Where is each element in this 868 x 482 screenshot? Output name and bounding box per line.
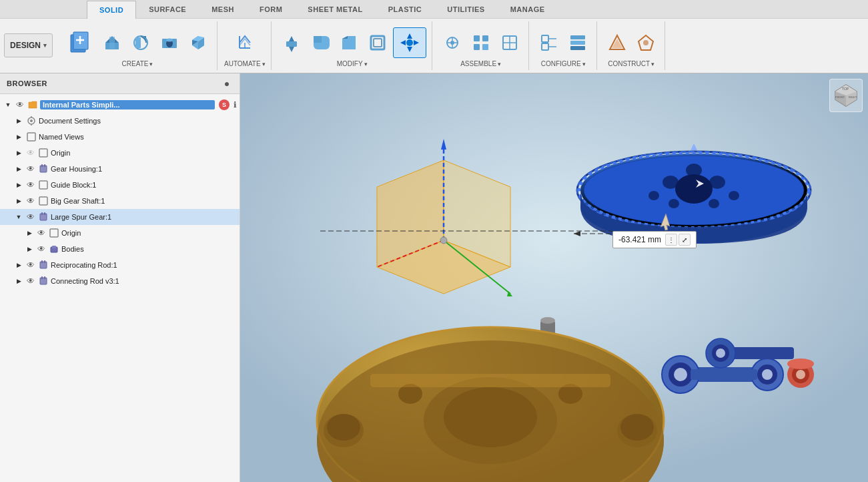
create-label[interactable]: CREATE ▾ (122, 60, 153, 70)
shell-button[interactable] (364, 30, 391, 55)
recip-rod-expand-icon[interactable] (13, 260, 24, 270)
root-eye-icon[interactable]: 👁 (15, 99, 25, 110)
guide-block-expand-icon[interactable] (13, 180, 24, 190)
big-gear-shaft-expand-icon[interactable] (13, 196, 24, 206)
tree-item-lg-bodies[interactable]: 👁 Bodies (0, 241, 240, 257)
tree-item-gear-housing[interactable]: 👁 Gear Housing:1 (0, 161, 240, 177)
svg-point-12 (166, 38, 173, 41)
measurement-label: -63.421 mm ⋮ ⤢ (612, 231, 697, 248)
root-info-icon[interactable]: ℹ (234, 100, 237, 109)
construct-label[interactable]: CONSTRUCT ▾ (608, 60, 655, 70)
lg-bodies-eye-icon[interactable]: 👁 (36, 244, 47, 254)
viewport[interactable]: -63.421 mm ⋮ ⤢ TOP FRONT RIGHT (240, 73, 868, 482)
move-copy-button[interactable] (393, 27, 426, 58)
large-spur-gear-label: Large Spur Gear:1 (51, 213, 237, 221)
recip-rod-eye-icon[interactable]: 👁 (25, 260, 36, 270)
origin-icon (37, 147, 49, 159)
tree-item-origin[interactable]: 👁 Origin (0, 145, 240, 161)
move-copy-icon (398, 31, 422, 55)
construct-btn2[interactable] (632, 30, 659, 55)
large-spur-gear-expand-icon[interactable] (13, 212, 24, 222)
tool-row: DESIGN ▾ (0, 19, 868, 73)
construct-btn1[interactable] (604, 30, 630, 55)
doc-settings-expand-icon[interactable] (13, 115, 24, 126)
tool-group-automate: AUTOMATE ▾ (219, 21, 272, 70)
box-icon (189, 33, 207, 52)
tree-item-big-gear-shaft[interactable]: 👁 Big Gear Shaft:1 (0, 193, 240, 209)
tab-form[interactable]: FORM (247, 0, 295, 18)
svg-rect-24 (314, 36, 322, 43)
tree-item-doc-settings[interactable]: Document Settings (0, 113, 240, 129)
tab-utilities[interactable]: UTILITIES (434, 0, 497, 18)
configure-btn1[interactable] (536, 30, 562, 55)
guide-block-eye-icon[interactable]: 👁 (25, 180, 36, 190)
hole-button[interactable] (156, 30, 183, 55)
design-button[interactable]: DESIGN ▾ (4, 33, 53, 57)
main-area: BROWSER ● 👁 Internal Parts Simpli... S ℹ (0, 73, 868, 482)
nav-cube[interactable]: TOP FRONT RIGHT (829, 79, 863, 112)
assemble-btn1[interactable] (439, 30, 466, 55)
configure-btn2[interactable] (564, 30, 591, 55)
construct-chevron-icon: ▾ (651, 61, 655, 67)
tab-plastic[interactable]: PLASTIC (376, 0, 435, 18)
svg-point-102 (709, 199, 719, 208)
tab-manage[interactable]: MANAGE (498, 0, 558, 18)
tree-root-item[interactable]: 👁 Internal Parts Simpli... S ℹ (0, 97, 240, 113)
named-views-expand-icon[interactable] (13, 132, 24, 142)
svg-rect-48 (542, 43, 548, 50)
tab-sheet-metal[interactable]: SHEET METAL (295, 0, 375, 18)
tab-surface[interactable]: SURFACE (136, 0, 199, 18)
new-component-button[interactable] (63, 27, 97, 58)
extrude-button[interactable] (99, 30, 125, 55)
browser-close-button[interactable]: ● (221, 77, 233, 89)
tab-mesh[interactable]: MESH (199, 0, 247, 18)
lg-origin-eye-icon[interactable]: 👁 (36, 228, 47, 238)
lg-bodies-expand-icon[interactable] (24, 244, 35, 254)
conn-rod-expand-icon[interactable] (13, 276, 24, 286)
svg-rect-63 (39, 149, 47, 157)
create-buttons (63, 21, 211, 60)
tree-item-recip-rod[interactable]: 👁 Reciprocating Rod:1 (0, 257, 240, 273)
chamfer-button[interactable] (336, 30, 362, 55)
large-spur-gear-eye-icon[interactable]: 👁 (25, 212, 36, 222)
tree-item-lg-origin[interactable]: 👁 Origin (0, 225, 240, 241)
configure-label[interactable]: CONFIGURE ▾ (541, 60, 586, 70)
root-expand-icon[interactable] (3, 99, 13, 110)
tree-item-conn-rod[interactable]: 👁 Connecting Rod v3:1 (0, 273, 240, 289)
tab-solid[interactable]: SOLID (87, 1, 136, 19)
assemble-btn3[interactable] (496, 30, 523, 55)
assemble-label[interactable]: ASSEMBLE ▾ (460, 60, 501, 70)
origin-eye-icon[interactable]: 👁 (25, 148, 36, 158)
measurement-menu-button[interactable]: ⋮ (665, 234, 677, 246)
tree-item-guide-block[interactable]: 👁 Guide Block:1 (0, 177, 240, 193)
lg-origin-expand-icon[interactable] (24, 228, 35, 238)
lg-bodies-label: Bodies (61, 245, 237, 253)
origin-expand-icon[interactable] (13, 148, 24, 158)
lg-origin-icon (48, 227, 60, 239)
measurement-expand-button[interactable]: ⤢ (679, 234, 691, 246)
svg-rect-52 (570, 41, 585, 45)
svg-rect-68 (39, 197, 47, 205)
tree-item-named-views[interactable]: Named Views (0, 129, 240, 145)
assemble-buttons (439, 21, 523, 60)
svg-rect-51 (570, 35, 585, 39)
conn-rod-eye-icon[interactable]: 👁 (25, 276, 36, 286)
svg-rect-42 (474, 44, 480, 50)
modify-label[interactable]: MODIFY ▾ (337, 60, 368, 70)
box-button[interactable] (185, 30, 211, 55)
gear-housing-expand-icon[interactable] (13, 164, 24, 174)
gear-housing-eye-icon[interactable]: 👁 (25, 164, 36, 174)
big-gear-shaft-eye-icon[interactable]: 👁 (25, 196, 36, 206)
svg-rect-41 (482, 35, 488, 41)
tree-item-large-spur-gear[interactable]: 👁 Large Spur Gear:1 (0, 209, 240, 225)
automate-button[interactable] (228, 27, 262, 58)
assemble-btn2[interactable] (468, 30, 494, 55)
revolve-button[interactable] (127, 30, 154, 55)
automate-label[interactable]: AUTOMATE ▾ (224, 60, 266, 70)
svg-rect-74 (52, 246, 56, 248)
svg-point-99 (648, 191, 659, 200)
gear-housing-icon (37, 163, 49, 175)
svg-point-131 (762, 369, 773, 380)
fillet-button[interactable] (307, 30, 334, 55)
press-pull-button[interactable] (278, 30, 305, 55)
